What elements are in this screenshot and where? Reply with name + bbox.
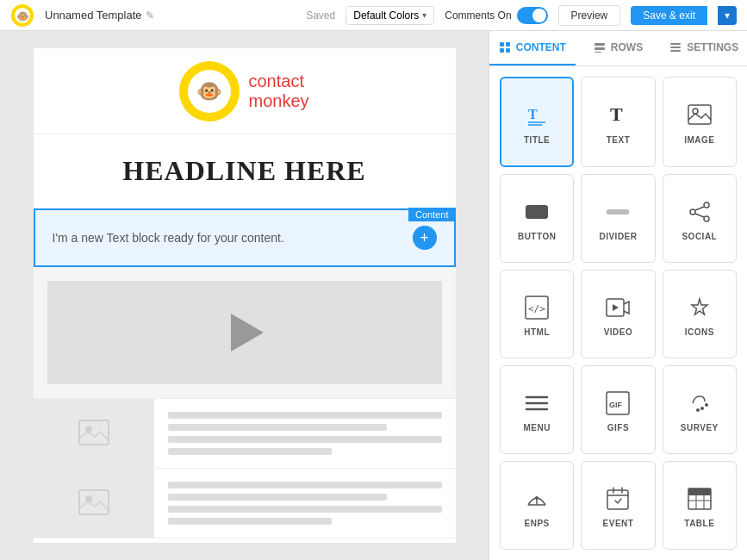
tab-settings[interactable]: SETTINGS	[661, 31, 747, 65]
headline-block[interactable]: HEADLINE HERE	[34, 134, 456, 208]
content-grid: T TITLE T TEXT	[489, 66, 747, 560]
tab-rows[interactable]: ROWS	[576, 31, 662, 65]
content-tab-label: CONTENT	[516, 41, 566, 53]
video-placeholder	[47, 281, 442, 384]
content-item-video[interactable]: VIDEO	[581, 270, 655, 358]
svg-line-29	[695, 214, 704, 217]
svg-point-25	[690, 209, 695, 215]
app-logo: 🐵	[10, 3, 34, 28]
content-item-table[interactable]: TABLE	[663, 461, 737, 550]
svg-rect-45	[607, 490, 628, 509]
video-label: VIDEO	[604, 327, 633, 337]
title-label: TITLE	[524, 135, 550, 145]
event-label: EVENT	[603, 519, 634, 528]
svg-rect-12	[594, 47, 605, 50]
play-icon	[231, 314, 264, 352]
svg-text:T: T	[528, 107, 538, 121]
content-item-enps[interactable]: ENPS	[500, 461, 574, 550]
image-placeholder-1	[78, 420, 109, 447]
table-label: TABLE	[684, 519, 714, 528]
edit-title-icon[interactable]: ✎	[146, 9, 154, 22]
text-lines-1	[154, 399, 456, 468]
svg-point-44	[535, 496, 538, 500]
svg-point-6	[85, 495, 92, 502]
content-text-block[interactable]: I'm a new Text block ready for your cont…	[34, 208, 456, 267]
settings-tab-label: SETTINGS	[687, 41, 738, 53]
content-item-social[interactable]: SOCIAL	[663, 174, 737, 263]
brand-contact: contact	[248, 72, 308, 91]
logo-text: contact monkey	[248, 72, 308, 111]
content-block-text: I'm a new Text block ready for your cont…	[53, 231, 284, 245]
image-icon-2	[78, 489, 109, 517]
video-icon	[606, 295, 630, 320]
svg-marker-33	[613, 304, 619, 311]
event-icon	[607, 486, 629, 512]
svg-rect-50	[688, 488, 711, 495]
brand-monkey: monkey	[248, 91, 308, 111]
image-cell-1[interactable]	[34, 399, 154, 468]
html-icon: </>	[525, 295, 549, 320]
svg-point-4	[85, 426, 92, 432]
content-item-divider[interactable]: DIVIDER	[581, 174, 655, 263]
video-block[interactable]	[34, 267, 456, 399]
svg-text:🐵: 🐵	[16, 9, 29, 22]
text-icon: T	[606, 103, 630, 128]
comments-toggle-area: Comments On	[445, 7, 547, 24]
settings-tab-icon	[669, 41, 682, 53]
content-item-icons[interactable]: ICONS	[663, 270, 737, 358]
canvas-area: 🐵 contact monkey HEADLINE HERE Content I…	[0, 31, 489, 560]
rows-tab-icon	[594, 41, 606, 53]
tab-content[interactable]: CONTENT	[489, 31, 576, 65]
survey-label: SURVEY	[681, 423, 719, 432]
survey-icon	[688, 390, 712, 416]
save-exit-button[interactable]: Save & exit	[631, 6, 707, 25]
main-layout: 🐵 contact monkey HEADLINE HERE Content I…	[0, 31, 747, 560]
enps-icon	[525, 486, 549, 512]
content-item-event[interactable]: EVENT	[581, 461, 655, 550]
html-label: HTML	[524, 327, 550, 337]
content-item-button[interactable]: BUTTON	[500, 174, 574, 263]
text-line	[168, 448, 333, 455]
title-icon: T	[525, 103, 549, 128]
content-item-survey[interactable]: SURVEY	[663, 365, 737, 454]
content-tab-icon	[499, 41, 511, 53]
svg-text:T: T	[610, 103, 623, 125]
saved-status: Saved	[306, 9, 335, 22]
content-item-gifs[interactable]: GIF GIFS	[581, 365, 655, 454]
chevron-down-icon: ▾	[422, 10, 426, 20]
table-icon	[688, 486, 712, 512]
social-icon	[688, 199, 712, 225]
content-item-title[interactable]: T TITLE	[500, 77, 574, 167]
button-label: BUTTON	[518, 232, 556, 241]
content-item-menu[interactable]: MENU	[500, 365, 574, 454]
image-cell-2[interactable]	[34, 469, 154, 538]
colors-dropdown[interactable]: Default Colors ▾	[345, 6, 434, 25]
template-title-area: Unnamed Template ✎	[45, 9, 296, 22]
image-row-1	[34, 399, 456, 469]
email-template: 🐵 contact monkey HEADLINE HERE Content I…	[34, 48, 456, 543]
preview-button[interactable]: Preview	[558, 5, 621, 26]
content-item-text[interactable]: T TEXT	[581, 77, 655, 167]
svg-point-40	[700, 407, 704, 410]
button-icon	[525, 199, 549, 225]
svg-text:</>: </>	[528, 303, 545, 314]
content-item-html[interactable]: </> HTML	[500, 270, 574, 358]
logo-outer-circle: 🐵	[179, 61, 240, 121]
text-lines-2	[154, 469, 456, 538]
add-content-button[interactable]: +	[413, 226, 437, 250]
comments-toggle[interactable]	[517, 7, 548, 24]
enps-label: ENPS	[525, 519, 550, 528]
right-panel: CONTENT ROWS SETTINGS	[489, 31, 747, 560]
svg-point-39	[696, 408, 700, 412]
social-label: SOCIAL	[682, 232, 717, 241]
save-dropdown-arrow[interactable]: ▾	[718, 6, 737, 25]
svg-rect-24	[607, 209, 629, 215]
text-line	[168, 518, 333, 525]
svg-point-26	[704, 202, 709, 208]
svg-point-41	[705, 403, 708, 407]
svg-point-27	[704, 216, 709, 221]
content-item-image[interactable]: IMAGE	[663, 77, 737, 167]
logo-inner-circle: 🐵	[188, 70, 231, 113]
gifs-label: GIFS	[607, 423, 629, 432]
content-badge: Content	[408, 208, 456, 221]
